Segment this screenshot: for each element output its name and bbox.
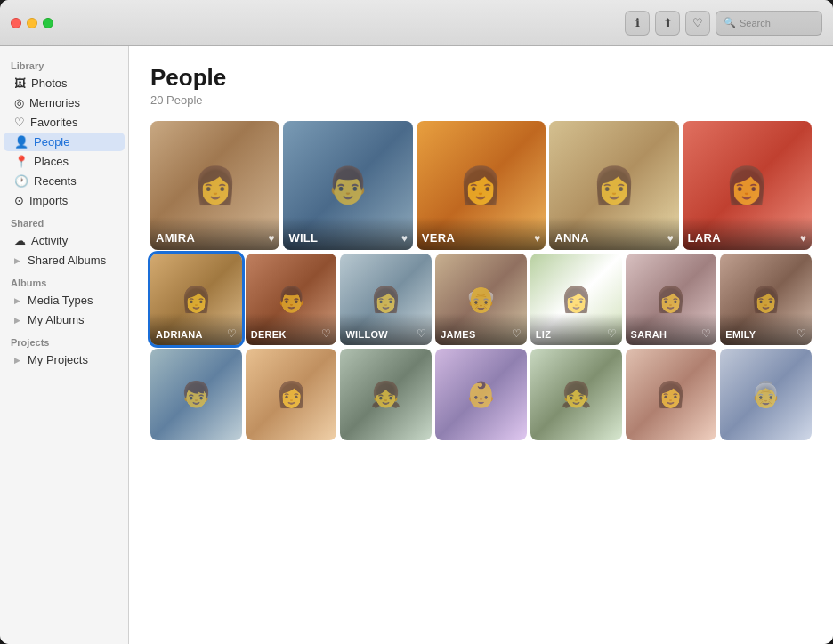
person-card-row2-7[interactable]: 👵: [720, 349, 812, 440]
library-section-label: Library: [0, 53, 128, 73]
person-name: James: [441, 329, 475, 340]
sidebar-item-label: Activity: [31, 234, 68, 247]
person-card-anna[interactable]: 👩 ANNA ♥: [549, 121, 678, 250]
favorite-heart-icon: ♡: [416, 327, 426, 340]
favorite-heart-icon: ♥: [800, 232, 806, 245]
sidebar-item-my-projects[interactable]: ▶ My Projects: [4, 350, 125, 369]
content-area: People 20 People 👩 AMIRA ♥ 👨 WILL ♥: [129, 46, 833, 644]
sidebar-item-label: Recents: [34, 174, 77, 188]
sidebar-item-photos[interactable]: 🖼 Photos: [4, 74, 125, 93]
person-card-will[interactable]: 👨 WILL ♥: [283, 121, 412, 250]
sidebar-item-label: Places: [34, 155, 69, 168]
projects-section-label: Projects: [0, 330, 128, 350]
person-name: Willow: [345, 329, 388, 340]
person-photo: 👶: [435, 349, 527, 440]
sidebar-item-recents[interactable]: 🕐 Recents: [4, 172, 125, 190]
person-card-vera[interactable]: 👩 VERA ♥: [416, 121, 546, 250]
favorite-heart-icon: ♡: [512, 327, 522, 340]
favorite-heart-icon: ♥: [667, 232, 673, 245]
person-name: LARA: [688, 231, 721, 245]
share-icon: ⬆: [663, 16, 673, 29]
person-card-row2-6[interactable]: 👩: [626, 349, 717, 440]
sidebar: Library 🖼 Photos ◎ Memories ♡ Favorites …: [0, 46, 129, 644]
sidebar-item-shared-albums[interactable]: ▶ Shared Albums: [4, 251, 125, 270]
page-title: People: [150, 64, 812, 92]
person-photo: 👵: [720, 349, 812, 440]
person-name: Liz: [536, 329, 551, 340]
person-name: ANNA: [554, 231, 589, 245]
small-people-grid-2: 👦 👩 👧 👶 👧 👩 👵: [150, 349, 812, 440]
favorite-heart-icon: ♥: [268, 232, 274, 245]
favorite-heart-icon: ♡: [797, 327, 806, 340]
person-card-row2-3[interactable]: 👧: [340, 349, 432, 440]
sidebar-item-media-types[interactable]: ▶ Media Types: [4, 291, 125, 310]
search-icon: 🔍: [724, 17, 736, 28]
person-card-emily[interactable]: 👩 Emily ♡: [720, 254, 812, 345]
info-button[interactable]: ℹ: [625, 11, 650, 36]
person-name: Adriana: [156, 329, 203, 340]
person-name: AMIRA: [156, 231, 195, 245]
person-overlay: Liz ♡: [530, 313, 622, 345]
person-overlay: Adriana ♡: [150, 313, 242, 345]
person-photo: 👧: [530, 349, 622, 440]
people-icon: 👤: [14, 135, 28, 149]
person-photo: 👩: [626, 349, 717, 440]
sidebar-item-my-albums[interactable]: ▶ My Albums: [4, 310, 125, 329]
sidebar-item-people[interactable]: 👤 People: [4, 133, 125, 151]
sidebar-item-activity[interactable]: ☁ Activity: [4, 231, 125, 250]
sidebar-item-label: Memories: [29, 96, 80, 109]
person-card-row2-2[interactable]: 👩: [246, 349, 337, 440]
person-card-adriana[interactable]: 👩 Adriana ♡: [150, 254, 242, 345]
app-window: ℹ ⬆ ♡ 🔍 Search Library 🖼 Photos ◎: [0, 0, 833, 644]
favorite-heart-icon: ♥: [534, 232, 540, 245]
minimize-button[interactable]: [27, 18, 37, 28]
person-overlay: ANNA ♥: [549, 217, 678, 250]
photos-icon: 🖼: [14, 76, 26, 90]
person-name: Emily: [725, 329, 756, 340]
info-icon: ℹ: [635, 16, 640, 29]
person-card-sarah[interactable]: 👩 Sarah ♡: [626, 254, 717, 345]
person-name: Sarah: [631, 329, 667, 340]
small-people-grid-1: 👩 Adriana ♡ 👨 Derek ♡ 👩 Wi: [150, 254, 812, 345]
maximize-button[interactable]: [43, 18, 53, 28]
activity-icon: ☁: [14, 234, 26, 247]
person-card-liz[interactable]: 👩 Liz ♡: [530, 254, 622, 345]
person-card-lara[interactable]: 👩 LARA ♥: [683, 121, 812, 250]
person-overlay: WILL ♥: [283, 217, 412, 250]
share-button[interactable]: ⬆: [655, 11, 680, 36]
person-overlay: Emily ♡: [720, 313, 812, 345]
large-people-grid: 👩 AMIRA ♥ 👨 WILL ♥ 👩 VERA: [150, 121, 812, 250]
search-box[interactable]: 🔍 Search: [716, 11, 822, 36]
person-card-row2-5[interactable]: 👧: [530, 349, 622, 440]
sidebar-item-places[interactable]: 📍 Places: [4, 152, 125, 171]
sidebar-item-favorites[interactable]: ♡ Favorites: [4, 113, 125, 132]
person-card-james[interactable]: 👴 James ♡: [435, 254, 527, 345]
heart-icon: ♡: [692, 16, 703, 29]
favorite-heart-icon: ♡: [607, 327, 617, 340]
person-card-amira[interactable]: 👩 AMIRA ♥: [150, 121, 279, 250]
sidebar-item-label: Imports: [29, 194, 68, 207]
titlebar: ℹ ⬆ ♡ 🔍 Search: [0, 0, 833, 46]
person-card-row2-4[interactable]: 👶: [435, 349, 527, 440]
person-name: Derek: [251, 329, 287, 340]
sidebar-item-label: Photos: [31, 76, 67, 90]
close-button[interactable]: [11, 18, 21, 28]
person-photo: 👩: [246, 349, 337, 440]
expand-icon: ▶: [14, 316, 20, 325]
person-card-row2-1[interactable]: 👦: [150, 349, 242, 440]
person-card-derek[interactable]: 👨 Derek ♡: [246, 254, 337, 345]
person-card-willow[interactable]: 👩 Willow ♡: [340, 254, 432, 345]
traffic-lights: [11, 18, 53, 28]
sidebar-item-label: Favorites: [30, 116, 77, 129]
sidebar-item-label: People: [34, 135, 69, 149]
albums-section-label: Albums: [0, 270, 128, 290]
person-overlay: Derek ♡: [246, 313, 337, 345]
sidebar-item-imports[interactable]: ⊙ Imports: [4, 191, 125, 210]
places-icon: 📍: [14, 155, 28, 168]
person-overlay: Sarah ♡: [626, 313, 717, 345]
search-placeholder: Search: [740, 18, 771, 28]
favorite-button[interactable]: ♡: [685, 11, 710, 36]
person-overlay: LARA ♥: [683, 217, 812, 250]
sidebar-item-memories[interactable]: ◎ Memories: [4, 93, 125, 112]
favorite-heart-icon: ♡: [701, 327, 711, 340]
